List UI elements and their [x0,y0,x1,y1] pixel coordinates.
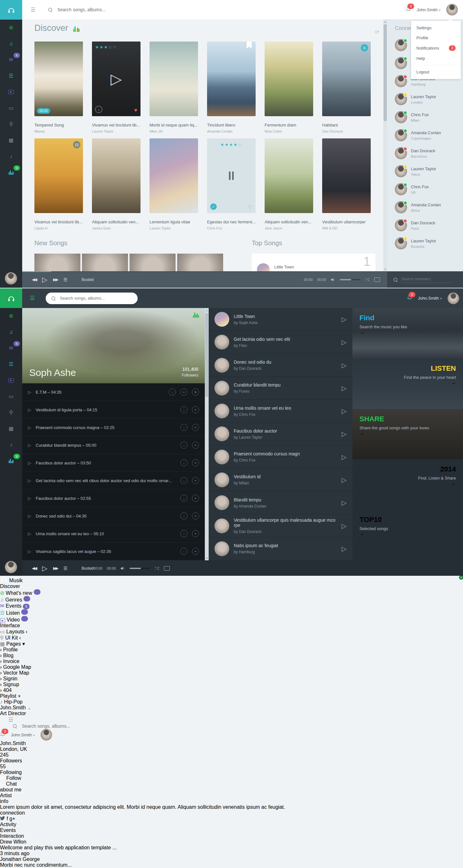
connect-user-row[interactable]: Dan DoorackParis [387,216,463,234]
album-title[interactable]: Aliquam sollicitudin ven... [265,219,313,224]
search-input[interactable] [59,296,125,301]
scroll-down-arrow[interactable]: ▼ [205,556,209,560]
sidebar-subitem[interactable]: › Signin [0,676,463,682]
play-icon[interactable]: ▷ [92,41,140,116]
rail-nav-icon[interactable]: ✉ 6 [0,340,22,356]
rail-nav-icon[interactable]: ☰ [0,68,22,84]
play-icon[interactable]: ▷ [342,453,346,461]
add-icon[interactable]: + [192,477,199,484]
rail-nav-icon[interactable]: ⚲ [0,116,22,132]
tab-activity[interactable]: Activity [0,822,463,828]
sidebar-subitem[interactable]: › Invoice [0,658,463,664]
sidebar-item[interactable]: ▶ Video [0,616,463,623]
album-artist[interactable]: Allen JH [150,129,198,133]
download-icon[interactable]: ↓ [180,513,188,520]
song-row[interactable]: Vestibulum ullamcorpe quis malesuada aug… [209,514,353,537]
notifications-bell[interactable]: 3 [406,6,411,13]
album-title[interactable]: Vivamus vel tincidunt lib... [92,123,140,127]
add-icon[interactable]: + [192,495,199,502]
album-art[interactable] [92,138,140,213]
display-icon[interactable] [374,277,380,282]
play-icon[interactable]: ▷ [342,362,346,369]
sidebar-subitem[interactable]: › Profile [0,647,463,653]
scroll-up-arrow[interactable]: ▲ [383,19,387,24]
rail-nav-icon[interactable]: ♫ [0,324,22,340]
album-card[interactable]: Aliquam sollicitudin ven... James East [92,138,140,230]
track-row[interactable]: ▷ Vivamus sagittis lacus vel augue – 02:… [22,542,205,560]
album-art[interactable]: 12 [34,138,83,213]
pause-icon[interactable] [207,138,256,213]
artist-hero[interactable]: Soph Ashe 101,400 Followers [22,308,205,383]
sidebar-item-hippop[interactable]: ♪ Hip-Pop [0,699,463,705]
song-row[interactable]: Curabitur blandit tempuby Foxes ▷ [209,377,353,400]
rail-nav-icon[interactable]: ⚲ [0,405,22,421]
album-art[interactable] [150,138,198,213]
album-art[interactable] [207,41,256,116]
album-artist[interactable]: Miaow [34,129,83,133]
track-row[interactable]: ▷ Curabitur blandit tempus – 05:00 ↓ + [22,436,205,454]
rail-nav-icon[interactable]: 9 [0,453,22,469]
add-icon[interactable]: + [192,424,199,431]
arrow-right-icon[interactable]: → [360,531,365,536]
rail-nav-icon[interactable]: 9 [0,164,22,181]
sidebar-toggle-icon[interactable]: ☰ [30,295,35,302]
header-avatar[interactable] [40,729,52,741]
rail-nav-icon[interactable]: ☰ [0,356,22,372]
app-logo[interactable] [0,0,22,20]
sidebar-item[interactable]: ♫ Genres [0,596,463,603]
display-icon[interactable] [164,566,170,570]
top-song-title[interactable]: Little Town [274,265,294,269]
song-row[interactable]: Praesent commodo cursus magnby Chris Fox… [209,446,353,469]
scroll-thumb[interactable] [205,313,208,397]
album-title[interactable]: Vivamus vel tincidunt lib... [34,219,83,224]
album-card[interactable]: Vestibulum ullamcorper MM & DD [322,138,371,230]
track-row[interactable]: ▷ Vestibulum id ligula porta – 04:15 ↓ + [22,401,205,419]
play-icon[interactable]: ▷ [28,425,31,430]
play-button[interactable]: ▷ [42,276,47,283]
search-input[interactable] [21,723,106,729]
album-title[interactable]: Vestibulum ullamcorper [322,219,371,224]
album-card[interactable]: Aliquam sollicitudin ven... Jack Jason [265,138,313,230]
album-title[interactable]: Aliquam sollicitudin ven... [92,219,140,224]
rail-nav-icon[interactable]: ♪ [0,437,22,453]
play-icon[interactable]: ▷ [342,476,346,484]
add-playlist-icon[interactable]: + [18,693,21,699]
rail-nav-icon[interactable]: ▦ [0,132,22,148]
connect-user-row[interactable]: Chris FoxUK [387,180,463,198]
rail-nav-icon[interactable]: ▭ [0,100,22,116]
add-icon[interactable]: + [192,530,199,537]
play-icon[interactable]: ▷ [342,545,346,553]
notifications-bell[interactable]: 3 [407,295,412,302]
album-art[interactable] [322,138,371,213]
download-icon[interactable]: ↓ [169,389,176,396]
play-icon[interactable]: ▷ [342,407,346,415]
sidebar-item[interactable]: ⊘ What's new [0,589,463,596]
promo-card[interactable]: 2014 Find, Listen & Share → [353,459,463,510]
googleplus-icon[interactable]: g+ [9,816,15,822]
album-art[interactable]: ★★★★☆ ✓ ♡ [207,138,256,213]
user-menu[interactable]: John.Smith▾ [417,7,440,12]
song-row[interactable]: Little Townby Soph Ashe ▷ [209,308,353,331]
play-icon[interactable]: ▷ [28,461,31,465]
play-icon[interactable]: ▷ [342,338,346,346]
album-artist[interactable]: MM & DD [322,226,371,230]
album-art[interactable]: 03:20 [34,41,83,116]
header-avatar[interactable] [448,292,459,304]
download-icon[interactable]: ↓ [180,424,188,431]
song-row[interactable]: Vestibulum idby Milian ▷ [209,469,353,491]
forward-button[interactable]: ▶▶ [53,566,58,570]
activity-row[interactable]: Jonathan George Morbi nec nunc condiment… [0,857,463,868]
sidebar-subitem[interactable]: › Blog [0,653,463,658]
menu-item-notifications[interactable]: Notifications3 [411,43,461,54]
connect-user-row[interactable]: Lauren TaylorTokyo [387,162,463,180]
notifications-bell[interactable]: 3 [0,732,5,738]
playlist-icon[interactable]: ☰ [63,566,68,571]
connect-user-row[interactable]: Amanda ConlanAfrica [387,198,463,216]
check-icon[interactable]: ✓ [210,204,217,210]
album-card[interactable]: ★★★☆☆ ▷ ↓ ♥ Vivamus vel tincidunt lib...… [92,41,140,133]
volume-icon[interactable] [120,566,125,570]
activity-row[interactable]: Drew Wllon Wellcome and play this web ap… [0,839,463,857]
sidebar-item[interactable]: ✉ Events 6 [0,603,463,609]
arrow-right-icon[interactable]: → [360,430,365,436]
album-artist[interactable]: Chris Fox [207,226,256,230]
